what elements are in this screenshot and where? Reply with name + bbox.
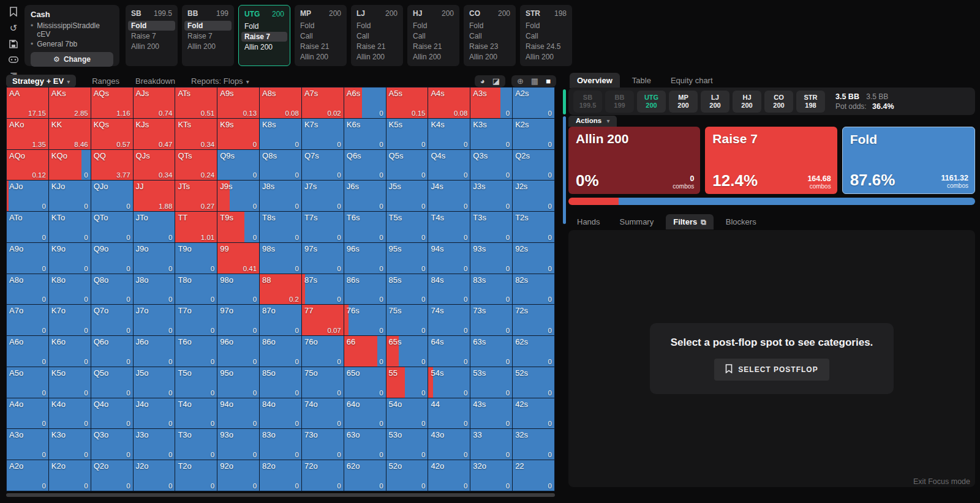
hand-cell-j8s[interactable]: J8s0 [260, 181, 301, 211]
hand-cell-a3s[interactable]: A3s0 [470, 88, 512, 118]
hand-cell-77[interactable]: 770.07 [302, 305, 344, 335]
hand-cell-q2o[interactable]: Q2o0 [91, 460, 133, 491]
action-option[interactable]: Fold [410, 21, 457, 31]
hand-cell-k3s[interactable]: K3s0 [470, 119, 512, 149]
action-option[interactable]: Allin 200 [241, 42, 287, 52]
action-option[interactable]: Allin 200 [184, 42, 232, 51]
hand-cell-t4s[interactable]: T4s0 [428, 212, 470, 242]
hand-cell-j3o[interactable]: J3o0 [134, 429, 175, 460]
hand-cell-97o[interactable]: 97o0 [217, 305, 259, 335]
hand-cell-j2o[interactable]: J2o0 [134, 460, 175, 491]
action-option[interactable]: Raise 7 [184, 31, 232, 41]
hand-cell-44[interactable]: 440 [428, 398, 470, 429]
hand-cell-t8o[interactable]: T8o0 [175, 274, 217, 305]
action-option[interactable]: Call [410, 31, 457, 41]
action-option[interactable]: Call [522, 31, 570, 41]
tab-summary[interactable]: Summary [612, 214, 662, 229]
action-option[interactable]: Raise 7 [128, 31, 175, 41]
hand-cell-j2s[interactable]: J2s0 [513, 181, 554, 211]
position-badge-lj[interactable]: LJ200 [701, 91, 729, 113]
hand-cell-k2s[interactable]: K2s0 [513, 119, 554, 149]
hand-cell-k5s[interactable]: K5s0 [386, 119, 428, 149]
position-panel-co[interactable]: CO200FoldCallRaise 23Allin 200 [464, 5, 516, 66]
position-panel-lj[interactable]: LJ200FoldCallRaise 21Allin 200 [351, 5, 403, 66]
hand-cell-94s[interactable]: 94s0 [428, 243, 470, 274]
hand-cell-t7s[interactable]: T7s0 [302, 212, 344, 242]
hand-cell-qts[interactable]: QTs0.24 [175, 150, 217, 181]
square-view-icon[interactable]: ■ [546, 76, 551, 86]
hand-cell-86o[interactable]: 86o0 [260, 336, 301, 367]
tab-blockers[interactable]: Blockers [718, 214, 764, 229]
hand-cell-a5o[interactable]: A5o0 [7, 367, 48, 398]
hand-cell-62s[interactable]: 62s0 [513, 336, 554, 367]
hand-cell-kk[interactable]: KK8.46 [49, 119, 91, 149]
hand-cell-j6s[interactable]: J6s0 [344, 181, 386, 211]
crosshair-icon[interactable]: ⊕ [517, 76, 524, 86]
hand-cell-q5o[interactable]: Q5o0 [91, 367, 133, 398]
change-settings-button[interactable]: ⚙ Change [31, 52, 113, 67]
hand-cell-k2o[interactable]: K2o0 [49, 460, 91, 491]
action-option[interactable]: Call [297, 31, 344, 41]
hand-cell-jj[interactable]: JJ1.88 [134, 181, 175, 211]
action-option[interactable]: Fold [184, 21, 232, 31]
hand-cell-k4o[interactable]: K4o0 [49, 398, 91, 429]
hand-cell-t3s[interactable]: T3s0 [470, 212, 512, 242]
hand-cell-75o[interactable]: 75o0 [302, 367, 344, 398]
hand-cell-64s[interactable]: 64s0 [428, 336, 470, 367]
action-option[interactable]: Raise 23 [466, 42, 513, 51]
save-icon[interactable] [8, 39, 19, 50]
hand-cell-q7o[interactable]: Q7o0 [91, 305, 133, 335]
hand-cell-aqs[interactable]: AQs1.16 [91, 88, 133, 118]
contrast-square-icon[interactable]: ◪ [492, 76, 500, 86]
hand-cell-k4s[interactable]: K4s0 [428, 119, 470, 149]
actions-dropdown-tab[interactable]: Actions ▾ [568, 116, 617, 127]
hand-cell-98o[interactable]: 98o0 [217, 274, 259, 305]
hand-cell-a9s[interactable]: A9s0.13 [217, 88, 259, 118]
hand-cell-k7s[interactable]: K7s0 [302, 119, 344, 149]
reset-icon[interactable]: ↺ [8, 23, 19, 34]
hand-cell-83o[interactable]: 83o0 [260, 429, 301, 460]
hand-cell-72s[interactable]: 72s0 [513, 305, 554, 335]
hand-cell-62o[interactable]: 62o0 [344, 460, 386, 491]
hand-cell-88[interactable]: 880.2 [260, 274, 301, 305]
action-option[interactable]: Call [353, 31, 401, 41]
position-panel-str[interactable]: STR198FoldCallRaise 24.5Allin 200 [520, 5, 572, 66]
hand-cell-33[interactable]: 330 [470, 429, 512, 460]
hand-cell-q9s[interactable]: Q9s0 [217, 150, 259, 181]
hand-cell-k8o[interactable]: K8o0 [49, 274, 91, 305]
hand-cell-kjo[interactable]: KJo0 [49, 181, 91, 211]
hand-cell-k8s[interactable]: K8s0 [260, 119, 301, 149]
action-option[interactable]: Allin 200 [522, 52, 570, 62]
hand-cell-q3o[interactable]: Q3o0 [91, 429, 133, 460]
hand-cell-85s[interactable]: 85s0 [386, 274, 428, 305]
hand-cell-54o[interactable]: 54o0 [386, 398, 428, 429]
hand-cell-k6o[interactable]: K6o0 [49, 336, 91, 367]
hand-cell-74o[interactable]: 74o0 [302, 398, 344, 429]
action-card-raise-7[interactable]: Raise 712.4%164.68combos [705, 127, 837, 194]
position-panel-bb[interactable]: BB199FoldRaise 7Allin 200 [182, 5, 234, 66]
tab-table[interactable]: Table [625, 73, 658, 88]
hand-cell-64o[interactable]: 64o0 [344, 398, 386, 429]
hand-cell-84s[interactable]: 84s0 [428, 274, 470, 305]
hand-cell-t3o[interactable]: T3o0 [175, 429, 217, 460]
hand-cell-a3o[interactable]: A3o0 [7, 429, 48, 460]
hand-cell-74s[interactable]: 74s0 [428, 305, 470, 335]
action-option[interactable]: Allin 200 [353, 52, 401, 62]
hand-cell-ato[interactable]: ATo0 [7, 212, 48, 242]
hand-cell-kjs[interactable]: KJs0.47 [134, 119, 175, 149]
hand-cell-95s[interactable]: 95s0 [386, 243, 428, 274]
hand-cell-53s[interactable]: 53s0 [470, 367, 512, 398]
hand-cell-kto[interactable]: KTo0 [49, 212, 91, 242]
hand-cell-42o[interactable]: 42o0 [428, 460, 470, 491]
action-option[interactable]: Allin 200 [466, 52, 513, 62]
hand-cell-t4o[interactable]: T4o0 [175, 398, 217, 429]
hand-cell-t9o[interactable]: T9o0 [175, 243, 217, 274]
hand-cell-kqs[interactable]: KQs0.57 [91, 119, 133, 149]
hand-cell-q6o[interactable]: Q6o0 [91, 336, 133, 367]
hand-cell-93o[interactable]: 93o0 [217, 429, 259, 460]
hand-cell-43s[interactable]: 43s0 [470, 398, 512, 429]
action-option[interactable]: Fold [522, 21, 570, 31]
hand-cell-k3o[interactable]: K3o0 [49, 429, 91, 460]
action-option[interactable]: Allin 200 [297, 52, 344, 62]
tab-hands[interactable]: Hands [570, 214, 608, 229]
